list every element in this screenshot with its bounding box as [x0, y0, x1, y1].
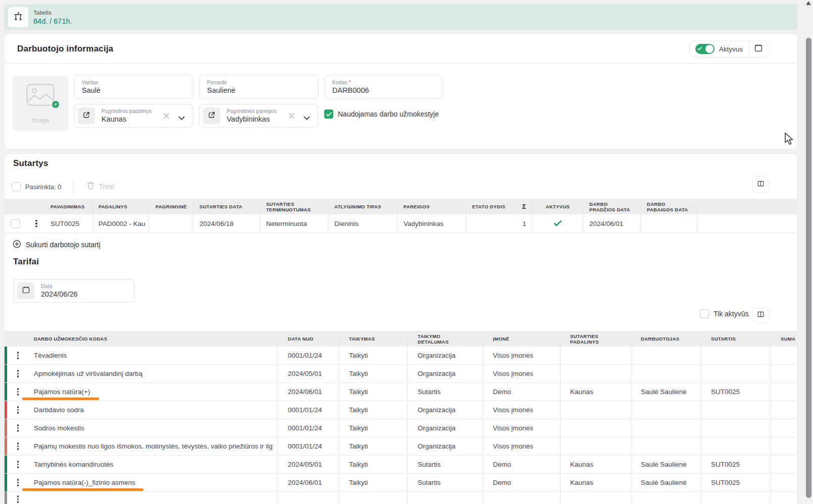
contracts-and-tariffs-card: Sutartys Pasirinkta: 0 Trinti P	[4, 153, 798, 504]
date-value: 2024/06/26	[41, 290, 78, 298]
history-calendar-button[interactable]	[749, 40, 768, 58]
col-atlyginimo-tipas: ATLYGINIMO TIPAS	[328, 199, 397, 214]
selected-count: Pasirinkta: 0	[25, 183, 62, 191]
banner-label: Tabelis	[33, 10, 72, 16]
active-toggle-group: Aktyvus	[690, 40, 768, 58]
columns-icon	[756, 310, 765, 320]
create-contract-label: Sukurti darbotojo sutartį	[26, 241, 100, 249]
col-kodas: DARBO UŽMOKESČIO KODAS	[29, 331, 278, 347]
sigma-icon[interactable]: Σ	[522, 204, 526, 209]
pavarde-value: Saulienė	[207, 86, 235, 94]
vardas-field[interactable]: Vardas Saulė	[74, 75, 193, 99]
cell-padalinys: PAD0002 - Kau	[93, 214, 148, 233]
chevron-down-icon[interactable]	[303, 114, 310, 123]
tariff-row[interactable]	[5, 492, 798, 504]
tariff-date-field[interactable]: Data 2024/06/26	[13, 279, 134, 303]
row-menu-button[interactable]	[27, 214, 46, 233]
kebab-icon	[35, 219, 37, 229]
chevron-down-icon[interactable]	[178, 114, 185, 123]
col-padalinys: PADALINYS	[93, 199, 148, 214]
only-active-checkbox[interactable]	[700, 309, 709, 318]
kodas-label: Kodas *	[332, 79, 351, 85]
kebab-icon	[17, 441, 19, 451]
check-icon	[326, 112, 332, 117]
contracts-table-header: PAVADINIMAS PADALINYS PAGRINDINĖ SUTARTI…	[5, 199, 798, 214]
highlight-underline	[22, 398, 99, 400]
plus-circle-icon	[13, 240, 21, 250]
pavarde-field[interactable]: Pavardė Saulienė	[199, 75, 319, 99]
scroll-up-arrow-icon[interactable]	[806, 1, 811, 5]
kebab-icon	[17, 369, 19, 378]
date-picker-button[interactable]	[17, 283, 34, 299]
cell-atlyginimo-tipas: Dieninis	[328, 214, 397, 233]
cell-darbo-pradzios: 2024/06/01	[583, 214, 640, 233]
tariff-row[interactable]: Sodros mokestis 0001/01/24 Taikyti Organ…	[5, 419, 798, 437]
payroll-checkbox[interactable]	[324, 109, 333, 119]
row-checkbox[interactable]	[11, 219, 20, 228]
padalinys-combo[interactable]: Pagrindinis padalinys Kaunas	[74, 104, 193, 128]
select-all-checkbox[interactable]	[12, 182, 21, 191]
pareigos-label: Pagrindinės pareigos	[227, 108, 277, 114]
col-darbo-pabaigos: DARBO PABAIGOS DATA	[640, 199, 697, 214]
col-pareigos: PAREIGOS	[397, 199, 466, 214]
kodas-field[interactable]: Kodas * DARB0006	[324, 75, 443, 99]
clear-icon[interactable]	[163, 112, 170, 121]
col-sutarties-padalinys: SUTARTIES PADALINYS	[560, 331, 631, 347]
tariff-row[interactable]: Pajamos natūra(+) 2024/06/01 Taikyti Sut…	[5, 383, 798, 401]
tariff-row[interactable]: Pajamos natūra(-)_fizinio asmens 2024/06…	[5, 474, 798, 492]
contract-row[interactable]: SUT0025 PAD0002 - Kau 2024/06/18 Netermi…	[5, 214, 798, 233]
row-menu-button[interactable]	[7, 365, 29, 382]
scrollbar-thumb[interactable]	[806, 38, 811, 498]
trash-icon[interactable]	[86, 181, 95, 192]
col-imone: ĮMONĖ	[483, 331, 560, 347]
add-photo-icon[interactable]: +	[51, 100, 60, 109]
image-placeholder-label: Image	[13, 117, 69, 124]
tabelis-button[interactable]	[8, 7, 28, 27]
kebab-icon	[17, 460, 19, 469]
tariff-row[interactable]: Tėvadienis 0001/01/24 Taikyti Organizaci…	[5, 347, 798, 365]
active-toggle[interactable]	[695, 44, 715, 54]
delete-button[interactable]: Trinti	[99, 183, 115, 191]
row-menu-button[interactable]	[7, 347, 29, 364]
tariff-row[interactable]: Pajamų mokestis nuo ligos išmokos, motin…	[5, 437, 798, 456]
contracts-columns-button[interactable]	[752, 177, 769, 193]
cell-etato-dydis: 1	[466, 214, 532, 233]
active-toggle-label: Aktyvus	[719, 45, 743, 53]
row-menu-button[interactable]	[7, 437, 29, 455]
pareigos-combo[interactable]: Pagrindinės pareigos Vadybininkas	[199, 104, 319, 128]
col-data-nuo: DATA NUO	[278, 331, 339, 347]
cell-pareigos: Vadybininkas	[397, 214, 466, 233]
cell-aktyvus	[532, 214, 583, 233]
tariff-row[interactable]: Tarnybinės komandiruotės 2024/05/01 Taik…	[5, 456, 798, 474]
create-contract-link[interactable]: Sukurti darbotojo sutartį	[13, 240, 100, 250]
col-darbo-pradzios: DARBO PRADŽIOS DATA	[583, 199, 640, 214]
employee-card-header: Darbuotojo informacija Aktyvus	[5, 34, 797, 64]
row-menu-button[interactable]	[7, 419, 29, 437]
cell-darbo-pabaigos	[640, 214, 697, 233]
contracts-table: PAVADINIMAS PADALINYS PAGRINDINĖ SUTARTI…	[5, 199, 798, 233]
cell-pavadinimas: SUT0025	[46, 214, 93, 233]
employee-info-card: Darbuotojo informacija Aktyvus	[4, 33, 798, 149]
row-menu-button[interactable]	[7, 492, 29, 504]
padalinys-value: Kaunas	[101, 115, 126, 123]
open-padalinys-button[interactable]	[78, 107, 95, 124]
calendar-icon	[22, 286, 30, 296]
vertical-scrollbar[interactable]	[804, 0, 813, 504]
employee-photo-upload[interactable]: + Image	[13, 76, 69, 131]
kebab-icon	[17, 405, 19, 415]
contracts-title: Sutartys	[13, 158, 48, 169]
tariffs-table: DARBO UŽMOKESČIO KODAS DATA NUO TAIKYMAS…	[5, 331, 798, 504]
tariffs-columns-button[interactable]	[752, 307, 769, 323]
row-menu-button[interactable]	[7, 456, 29, 473]
external-link-icon	[208, 111, 216, 121]
kodas-value: DARB0006	[332, 86, 369, 94]
tariff-row[interactable]: Apmokėjimas už viršvalandinį darbą 2024/…	[5, 365, 798, 383]
open-pareigos-button[interactable]	[203, 107, 220, 124]
pareigos-value: Vadybininkas	[227, 115, 270, 123]
col-terminuotumas: SUTARTIES TERMINUOTUMAS	[260, 199, 328, 214]
clear-icon[interactable]	[288, 112, 295, 121]
row-menu-button[interactable]	[7, 401, 29, 419]
tariffs-table-header: DARBO UŽMOKESČIO KODAS DATA NUO TAIKYMAS…	[5, 331, 798, 347]
tariff-row[interactable]: Darbdavio sodra 0001/01/24 Taikyti Organ…	[5, 401, 798, 419]
kebab-icon	[17, 478, 19, 487]
